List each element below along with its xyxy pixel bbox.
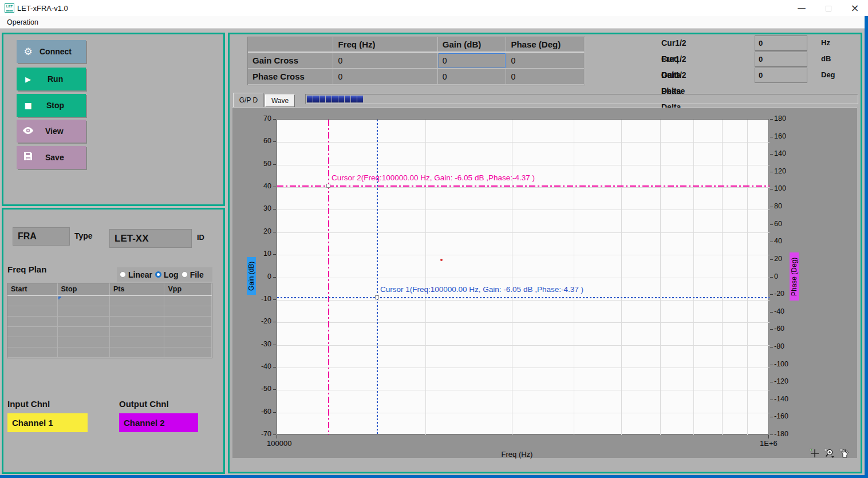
radio-dot-log[interactable]: [155, 271, 161, 278]
connect-button[interactable]: ⚙ Connect: [17, 40, 86, 63]
cross-header-cell: Freq (Hz): [333, 37, 437, 53]
radio-option-file[interactable]: File: [182, 270, 204, 279]
plan-cell[interactable]: [58, 296, 110, 306]
plan-cell[interactable]: [110, 347, 164, 357]
radio-dot-file[interactable]: [182, 271, 188, 278]
stop-button[interactable]: ■ Stop: [17, 94, 86, 117]
plan-column-header: Vpp: [164, 283, 212, 295]
plan-cell[interactable]: [7, 296, 58, 306]
phase-tick-label: 20: [774, 255, 782, 263]
progress-segment: [326, 96, 332, 102]
gridline-h: [277, 232, 770, 233]
phase-axis-label: Phase (Deg): [790, 252, 799, 301]
cursor-vline-1[interactable]: [328, 120, 329, 435]
plan-cell[interactable]: [7, 306, 58, 316]
plan-cell[interactable]: [110, 337, 164, 347]
type-field[interactable]: FRA: [13, 227, 70, 246]
chart-area: Cursor 2(Freq:100000.00 Hz, Gain: -6.05 …: [232, 108, 857, 458]
gain-tick: [273, 277, 276, 278]
view-button[interactable]: View: [17, 120, 86, 143]
plan-cell[interactable]: [110, 317, 164, 326]
radio-dot-linear[interactable]: [120, 271, 126, 278]
tab-wave[interactable]: Wave: [265, 94, 295, 107]
phase-tick: [770, 242, 773, 242]
run-button[interactable]: ▶ Run: [17, 68, 86, 90]
id-field[interactable]: LET-XX: [109, 229, 192, 248]
cursor-marker-1[interactable]: [326, 184, 330, 188]
radio-option-linear[interactable]: Linear: [120, 270, 152, 279]
pan-tool-icon[interactable]: [839, 448, 850, 461]
minimize-button[interactable]: —: [790, 0, 813, 16]
cross-row: Phase Cross000: [248, 69, 585, 85]
progress-segment: [345, 96, 350, 102]
plan-cell[interactable]: [164, 296, 212, 306]
phase-tick: [770, 154, 773, 155]
plan-cell[interactable]: [164, 337, 212, 347]
phase-tick: [770, 224, 773, 225]
menu-operation[interactable]: Operation: [5, 18, 41, 27]
delta-unit: Deg: [821, 67, 835, 83]
plan-column-header: Pts: [110, 283, 164, 295]
plan-cell[interactable]: [7, 337, 58, 347]
data-point: [440, 259, 443, 261]
zoom-tool-icon[interactable]: [824, 448, 835, 461]
plan-cell[interactable]: [58, 327, 110, 337]
cursor-readout-1: Cursor 2(Freq:100000.00 Hz, Gain: -6.05 …: [332, 173, 535, 182]
phase-tick: [770, 400, 773, 400]
radio-option-log[interactable]: Log: [155, 270, 179, 279]
delta-value-field[interactable]: 0: [755, 35, 807, 51]
gain-tick-label: -10: [245, 295, 271, 303]
cursor-marker-2[interactable]: [375, 295, 379, 299]
output-channel-selector[interactable]: Channel 2: [119, 413, 198, 432]
plan-cell[interactable]: [58, 337, 110, 347]
plan-cell[interactable]: [110, 306, 164, 316]
plan-cell[interactable]: [7, 327, 58, 337]
tab-gpd[interactable]: G/P D: [233, 93, 264, 107]
cursor-hline-2[interactable]: [277, 297, 770, 298]
plan-cell[interactable]: [164, 347, 212, 357]
cross-value-cell[interactable]: 0: [333, 69, 437, 85]
progress-segment: [351, 96, 357, 102]
plan-cell[interactable]: [164, 327, 212, 337]
plan-cell[interactable]: [58, 347, 110, 357]
gain-tick: [273, 299, 276, 300]
cross-value-cell[interactable]: 0: [438, 69, 507, 85]
view-label: View: [45, 127, 64, 136]
crosshair-tool-icon[interactable]: [810, 448, 820, 461]
cross-value-cell[interactable]: 0: [506, 69, 585, 85]
phase-tick: [770, 294, 773, 295]
plan-cell[interactable]: [110, 327, 164, 337]
save-button[interactable]: Save: [17, 146, 86, 169]
gridline-v: [574, 120, 574, 435]
gridline-v: [512, 120, 512, 435]
gain-tick: [273, 141, 276, 142]
phase-tick: [770, 137, 773, 137]
cross-value-cell[interactable]: 0: [438, 53, 507, 69]
gridline-v: [425, 120, 426, 435]
input-channel-selector[interactable]: Channel 1: [7, 413, 88, 432]
cross-value-cell[interactable]: 0: [506, 53, 585, 69]
maximize-button[interactable]: [817, 0, 840, 16]
stop-icon: ■: [17, 101, 40, 110]
plan-cell[interactable]: [7, 317, 58, 326]
plan-cell[interactable]: [164, 306, 212, 316]
gain-tick: [273, 164, 276, 165]
gridline-h: [277, 210, 770, 210]
plot[interactable]: Cursor 2(Freq:100000.00 Hz, Gain: -6.05 …: [277, 119, 769, 434]
delta-value-field[interactable]: 0: [755, 68, 807, 83]
plan-cell[interactable]: [7, 347, 58, 357]
phase-tick-label: 180: [774, 114, 786, 123]
cursor-hline-1[interactable]: [277, 185, 770, 187]
plan-cell[interactable]: [58, 317, 110, 326]
cross-row-label: Gain Cross: [248, 53, 333, 69]
phase-tick: [770, 417, 773, 417]
delta-value-field[interactable]: 0: [755, 52, 807, 67]
plan-cell[interactable]: [58, 306, 110, 316]
phase-tick-label: -80: [774, 342, 784, 350]
close-button[interactable]: ×: [843, 0, 866, 16]
cross-value-cell[interactable]: 0: [333, 53, 437, 69]
plan-cell[interactable]: [110, 296, 164, 306]
cursor-vline-2[interactable]: [377, 120, 378, 435]
plan-cell[interactable]: [164, 317, 212, 326]
phase-tick-label: 140: [774, 149, 786, 157]
